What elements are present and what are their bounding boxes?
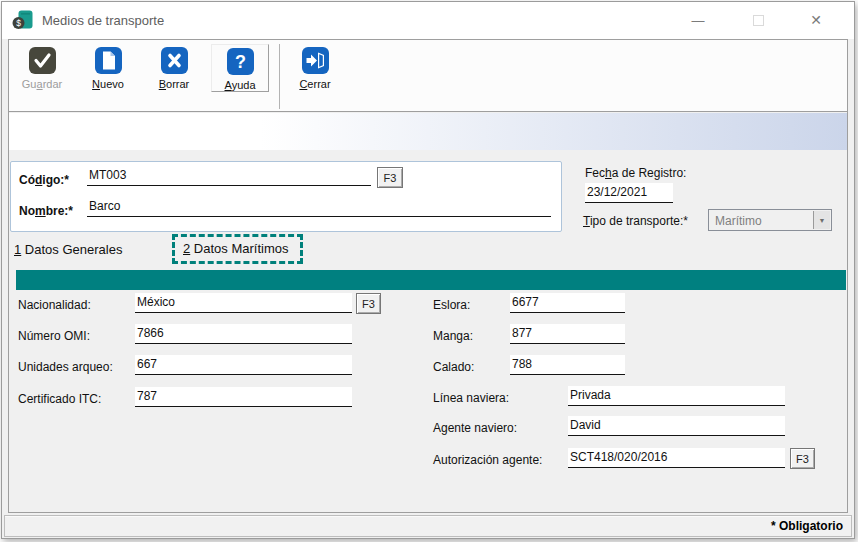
nacionalidad-label: Nacionalidad:: [18, 298, 91, 312]
maximize-icon: [753, 15, 764, 26]
calado-input[interactable]: [510, 355, 625, 375]
codigo-input[interactable]: [87, 166, 371, 186]
fecha-registro-input[interactable]: [585, 183, 673, 203]
help-icon: ?: [227, 48, 254, 75]
unidades-arqueo-label: Unidades arqueo:: [18, 360, 113, 374]
manga-input[interactable]: [510, 324, 625, 344]
guardar-label: Guardar: [22, 78, 62, 90]
nombre-input[interactable]: [87, 197, 551, 217]
agente-naviero-label: Agente naviero:: [433, 421, 517, 435]
close-button[interactable]: ✕: [801, 8, 831, 32]
eslora-input[interactable]: [510, 293, 625, 313]
nombre-label: Nombre:*: [19, 204, 73, 218]
certificado-itc-label: Certificado ITC:: [18, 392, 101, 406]
nacionalidad-f3-button[interactable]: F3: [356, 293, 381, 314]
tipo-transporte-label: Tipo de transporte:*: [583, 214, 688, 228]
nacionalidad-input[interactable]: [135, 293, 352, 313]
new-document-icon: [95, 47, 122, 74]
toolbar-separator: [279, 44, 280, 109]
ayuda-button[interactable]: ? Ayuda: [211, 44, 269, 92]
fecha-registro-label: Fecha de Registro:: [585, 166, 686, 180]
svg-text:$: $: [16, 18, 21, 28]
exit-door-icon: [302, 47, 329, 74]
autorizacion-agente-input[interactable]: [568, 448, 785, 468]
maximize-button[interactable]: [743, 8, 773, 32]
delete-x-icon: [161, 47, 188, 74]
ayuda-label: Ayuda: [225, 79, 256, 91]
manga-label: Manga:: [433, 329, 473, 343]
tab-datos-maritimos[interactable]: 2 Datos Marítimos: [183, 241, 288, 256]
tab-highlight-annotation: 2 Datos Marítimos: [172, 234, 303, 264]
medios-de-transporte-window: $ Medios de transporte — ✕ Guardar: [1, 1, 855, 539]
dropdown-button[interactable]: ▼: [813, 211, 830, 229]
gradient-band: [9, 113, 847, 150]
borrar-button[interactable]: Borrar: [145, 44, 203, 90]
autorizacion-agente-label: Autorización agente:: [433, 453, 542, 467]
calado-label: Calado:: [433, 360, 474, 374]
codigo-label: Código:*: [19, 173, 69, 187]
linea-naviera-input[interactable]: [568, 386, 785, 406]
cerrar-button[interactable]: Cerrar: [286, 44, 344, 90]
teal-divider-bar: [16, 270, 846, 290]
guardar-button[interactable]: Guardar: [13, 44, 71, 90]
obligatorio-note: * Obligatorio: [771, 519, 851, 533]
nuevo-button[interactable]: Nuevo: [79, 44, 137, 90]
header-groupbox: Código:* F3 Nombre:*: [10, 161, 562, 232]
certificado-itc-input[interactable]: [135, 387, 352, 407]
app-icon: $: [12, 9, 34, 31]
cerrar-label: Cerrar: [299, 78, 330, 90]
minimize-button[interactable]: —: [683, 8, 713, 32]
title-bar: $ Medios de transporte — ✕: [2, 2, 854, 39]
unidades-arqueo-input[interactable]: [135, 355, 352, 375]
codigo-f3-button[interactable]: F3: [377, 167, 403, 188]
svg-text:?: ?: [235, 52, 246, 72]
eslora-label: Eslora:: [433, 298, 470, 312]
nuevo-label: Nuevo: [92, 78, 124, 90]
agente-naviero-input[interactable]: [568, 416, 785, 436]
status-bar: * Obligatorio: [4, 515, 852, 537]
window-title: Medios de transporte: [42, 13, 164, 28]
tipo-transporte-value: Marítimo: [715, 214, 762, 228]
chevron-down-icon: ▼: [819, 217, 826, 224]
numero-omi-input[interactable]: [135, 324, 352, 344]
tab-datos-generales[interactable]: 1 Datos Generales: [14, 242, 122, 257]
autorizacion-agente-f3-button[interactable]: F3: [790, 448, 815, 469]
toolbar: Guardar Nuevo: [9, 40, 847, 112]
save-icon: [29, 47, 56, 74]
tipo-transporte-select[interactable]: Marítimo ▼: [708, 209, 832, 231]
borrar-label: Borrar: [159, 78, 190, 90]
linea-naviera-label: Línea naviera:: [433, 391, 509, 405]
numero-omi-label: Número OMI:: [18, 329, 90, 343]
